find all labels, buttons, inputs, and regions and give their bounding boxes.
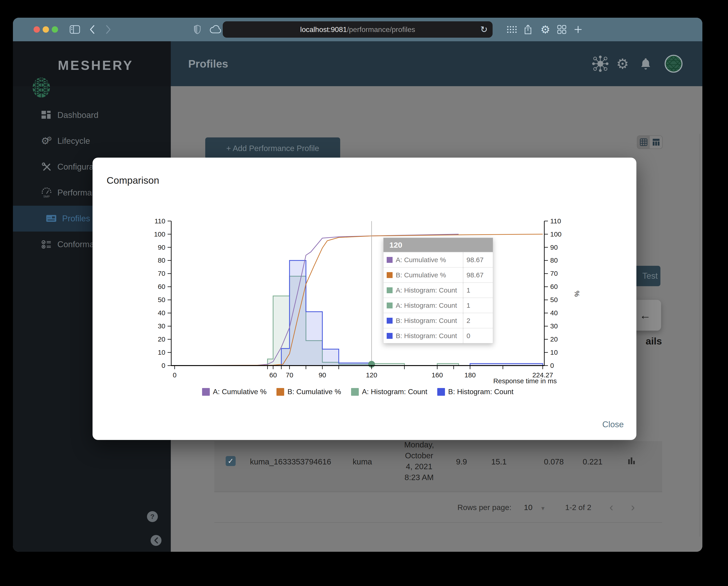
svg-text:100: 100	[550, 231, 562, 238]
lifecycle-icon: ⚙⚙	[41, 136, 52, 146]
svg-text:50: 50	[550, 296, 558, 303]
svg-text:0: 0	[550, 362, 554, 369]
url-path: /performance/profiles	[347, 25, 415, 34]
share-icon[interactable]	[524, 24, 532, 35]
legend-item[interactable]: A: Cumulative %	[202, 388, 267, 396]
dashboard-icon	[41, 111, 52, 120]
forward-icon[interactable]	[105, 25, 112, 34]
svg-text:90: 90	[319, 371, 326, 379]
tooltip-series-label: A: Histogram: Count	[396, 302, 463, 309]
conformance-icon	[41, 240, 52, 249]
svg-text:120: 120	[366, 371, 377, 379]
sidebar-item-label: Dashboard	[57, 110, 98, 120]
back-icon[interactable]	[89, 25, 96, 34]
tab-grid-icon[interactable]	[506, 26, 517, 33]
rows-per-page-select[interactable]: 10	[524, 503, 532, 512]
legend-label: B: Histogram: Count	[448, 388, 514, 396]
sidebar-item-lifecycle[interactable]: ⚙⚙Lifecycle	[13, 128, 171, 154]
run-test-label: Test	[642, 271, 658, 281]
tooltip-series-label: B: Histogram: Count	[396, 317, 463, 324]
date-cell: Monday, October 4, 2021 8:23 AM	[396, 439, 442, 483]
svg-text:50: 50	[158, 296, 165, 303]
address-bar[interactable]: localhost:9081/performance/profiles ↻	[223, 21, 493, 38]
svg-text:160: 160	[432, 371, 443, 379]
sidebar-item-label: Lifecycle	[57, 136, 90, 146]
pagination-range: 1-2 of 2	[565, 503, 591, 512]
close-window-button[interactable]	[33, 26, 40, 33]
table-view-icon	[652, 138, 660, 146]
legend-item[interactable]: B: Histogram: Count	[437, 388, 514, 396]
svg-text:30: 30	[550, 322, 558, 330]
tooltip-swatch	[387, 333, 393, 339]
performance-icon: SMP	[41, 188, 52, 198]
row-checkbox[interactable]: ✓	[226, 456, 236, 466]
svg-text:80: 80	[158, 257, 165, 264]
tooltip-value: 98.67	[463, 268, 493, 282]
comparison-chart[interactable]: 0010102020303040405050606070708080909010…	[93, 158, 636, 440]
table-footer-divider	[214, 522, 662, 523]
tooltip-value: 2	[463, 313, 493, 328]
legend-swatch	[351, 388, 359, 396]
chart-tooltip: 120 A: Cumulative %98.67B: Cumulative %9…	[383, 238, 493, 343]
window-overview-icon[interactable]	[557, 25, 566, 34]
svg-text:60: 60	[158, 283, 165, 290]
zoom-window-button[interactable]	[52, 26, 58, 33]
service-mesh-network-icon[interactable]	[591, 55, 609, 73]
grid-view-button[interactable]	[637, 136, 650, 149]
svg-text:100: 100	[154, 231, 165, 238]
table-view-button[interactable]	[650, 136, 662, 149]
previous-page-icon[interactable]: ‹	[609, 500, 613, 514]
chart-legend: A: Cumulative %B: Cumulative %A: Histogr…	[171, 388, 544, 396]
svg-text:80: 80	[550, 257, 558, 264]
configuration-icon	[41, 162, 52, 171]
sidebar-item-dashboard[interactable]: Dashboard	[13, 102, 171, 128]
legend-label: A: Cumulative %	[213, 388, 267, 396]
svg-text:110: 110	[550, 217, 561, 225]
svg-text:30: 30	[158, 322, 165, 330]
details-heading-fragment: ails	[646, 336, 662, 347]
svg-text:90: 90	[550, 244, 558, 251]
collapse-sidebar-button[interactable]	[151, 535, 161, 546]
svg-text:SMP: SMP	[43, 195, 50, 198]
svg-text:40: 40	[158, 309, 165, 317]
shield-icon[interactable]	[194, 25, 201, 34]
tooltip-series-label: B: Histogram: Count	[396, 332, 463, 340]
cloud-icon[interactable]	[209, 25, 222, 34]
profile-name-cell: kuma_1633353794616	[250, 457, 331, 466]
next-page-icon[interactable]: ›	[631, 500, 635, 514]
svg-text:%: %	[573, 291, 581, 297]
svg-text:70: 70	[158, 270, 165, 277]
chevron-down-icon[interactable]: ▼	[540, 505, 546, 512]
legend-swatch	[277, 388, 284, 396]
view-toggle-group	[637, 135, 663, 149]
notifications-bell-icon[interactable]	[636, 55, 655, 73]
view-chart-icon[interactable]	[626, 456, 636, 465]
minimize-window-button[interactable]	[43, 26, 49, 33]
desktop: localhost:9081/performance/profiles ↻ ⚙	[0, 0, 728, 586]
close-button[interactable]: Close	[585, 420, 641, 429]
brand-row[interactable]: MESHERY	[13, 41, 171, 86]
add-performance-profile-button[interactable]: + Add Performance Profile	[205, 137, 340, 159]
help-button[interactable]: ?	[147, 511, 158, 522]
tooltip-row: B: Histogram: Count0	[384, 328, 493, 343]
settings-gear-icon[interactable]: ⚙	[541, 23, 550, 36]
refresh-icon[interactable]: ↻	[480, 25, 488, 34]
legend-label: A: Histogram: Count	[362, 388, 427, 396]
page-title: Profiles	[188, 41, 228, 86]
legend-item[interactable]: B: Cumulative %	[277, 388, 341, 396]
brand-name: MESHERY	[58, 58, 134, 73]
p50-cell: 0.078	[536, 457, 572, 466]
user-avatar[interactable]	[665, 55, 683, 73]
chevron-left-icon	[154, 537, 158, 544]
svg-text:0: 0	[161, 362, 165, 369]
mesh-name-cell: kuma	[353, 457, 372, 466]
svg-text:20: 20	[550, 336, 558, 343]
legend-item[interactable]: A: Histogram: Count	[351, 388, 427, 396]
p99-cell: 0.221	[574, 457, 611, 466]
settings-gear-icon[interactable]: ⚙	[614, 55, 632, 73]
svg-text:0: 0	[173, 371, 177, 379]
svg-text:110: 110	[154, 217, 165, 225]
sidebar-toggle-icon[interactable]	[70, 25, 80, 34]
svg-text:180: 180	[465, 371, 476, 379]
new-tab-plus-icon[interactable]	[574, 25, 582, 33]
